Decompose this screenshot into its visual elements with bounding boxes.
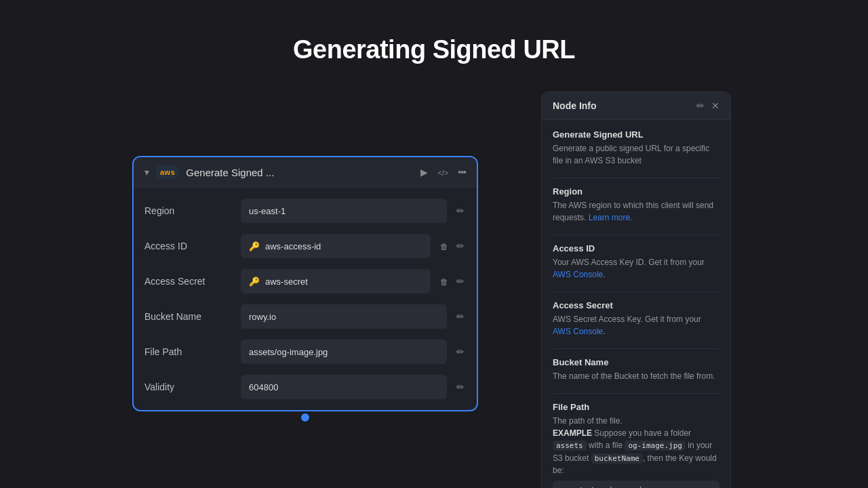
info-section-region: Region The AWS region to which this clie…: [553, 186, 719, 224]
access-secret-value: aws-secret: [265, 277, 308, 287]
info-section-access-id: Access ID Your AWS Access Key ID. Get it…: [553, 243, 719, 281]
info-title-access-secret: Access Secret: [553, 300, 719, 310]
edit-file-path-button[interactable]: [455, 345, 466, 359]
file-path-code-block: assets/og-image.jpg: [553, 481, 719, 488]
node-title: Generate Signed ...: [186, 167, 414, 178]
field-actions-bucket-name: [455, 310, 466, 323]
access-id-console-link[interactable]: AWS Console: [553, 270, 603, 279]
key-icon-access-secret: 🔑: [249, 277, 260, 287]
field-input-region[interactable]: us-east-1: [241, 199, 447, 223]
info-desc-region: The AWS region to which this client will…: [553, 199, 719, 224]
edit-access-secret-button[interactable]: [455, 274, 466, 288]
info-desc-file-path: The path of the file. EXAMPLE Suppose yo…: [553, 415, 719, 488]
node-connector[interactable]: [299, 411, 311, 424]
region-value: us-east-1: [249, 206, 285, 216]
info-section-file-path: File Path The path of the file. EXAMPLE …: [553, 402, 719, 488]
info-section-generate: Generate Signed URL Generate a public si…: [553, 129, 719, 167]
info-title-access-id: Access ID: [553, 243, 719, 253]
field-actions-validity: [455, 380, 466, 394]
chevron-down-icon[interactable]: [144, 167, 149, 178]
file-path-code2: og-image.jpg: [625, 441, 685, 451]
code-icon[interactable]: [437, 167, 448, 178]
field-row-region: Region us-east-1: [134, 193, 477, 228]
info-desc-access-secret: AWS Secret Access Key. Get it from your …: [553, 313, 719, 338]
field-label-validity: Validity: [144, 382, 233, 392]
close-panel-icon[interactable]: [711, 100, 719, 111]
node-info-panel: Node Info Generate Signed URL Generate a…: [541, 92, 731, 488]
edit-panel-icon[interactable]: [696, 100, 705, 111]
edit-region-button[interactable]: [455, 204, 466, 218]
field-label-file-path: File Path: [144, 346, 233, 357]
field-label-access-id: Access ID: [144, 241, 233, 251]
node-header: aws Generate Signed ...: [134, 157, 477, 188]
info-title-file-path: File Path: [553, 402, 719, 412]
info-section-bucket-name: Bucket Name The name of the Bucket to fe…: [553, 357, 719, 382]
field-actions-region: [455, 204, 466, 218]
edit-access-id-button[interactable]: [455, 239, 466, 253]
key-icon-access-id: 🔑: [249, 241, 260, 251]
delete-access-secret-button[interactable]: [439, 274, 450, 288]
delete-access-id-button[interactable]: [439, 239, 450, 253]
info-title-bucket-name: Bucket Name: [553, 357, 719, 367]
field-input-access-id[interactable]: 🔑 aws-access-id: [241, 234, 431, 258]
field-row-access-secret: Access Secret 🔑 aws-secret: [134, 264, 477, 299]
bucket-name-value: rowy.io: [249, 312, 276, 322]
file-path-value: assets/og-image.jpg: [249, 347, 328, 357]
info-title-generate: Generate Signed URL: [553, 129, 719, 140]
file-path-code1: assets: [553, 441, 587, 451]
info-section-access-secret: Access Secret AWS Secret Access Key. Get…: [553, 300, 719, 338]
field-input-validity[interactable]: 604800: [241, 375, 447, 399]
info-desc-access-id: Your AWS Access Key ID. Get it from your…: [553, 256, 719, 281]
panel-header: Node Info: [542, 92, 730, 120]
node-header-icons: [420, 167, 466, 178]
field-label-bucket-name: Bucket Name: [144, 311, 233, 322]
field-row-validity: Validity 604800: [134, 369, 477, 405]
field-label-region: Region: [144, 205, 233, 216]
node-card: aws Generate Signed ... Region us-east-1…: [132, 156, 478, 411]
field-actions-file-path: [455, 345, 466, 359]
field-input-bucket-name[interactable]: rowy.io: [241, 304, 447, 329]
access-id-value: aws-access-id: [265, 241, 321, 251]
field-row-bucket-name: Bucket Name rowy.io: [134, 299, 477, 334]
panel-header-icons: [696, 100, 719, 111]
panel-body: Generate Signed URL Generate a public si…: [542, 120, 730, 488]
page-title: Generating Signed URL: [293, 35, 575, 64]
panel-title: Node Info: [553, 100, 597, 111]
edit-validity-button[interactable]: [455, 380, 466, 394]
info-title-region: Region: [553, 186, 719, 197]
aws-badge: aws: [156, 165, 179, 179]
validity-value: 604800: [249, 382, 278, 392]
more-icon[interactable]: [458, 167, 466, 178]
region-learn-more-link[interactable]: Learn more.: [589, 213, 633, 222]
edit-bucket-name-button[interactable]: [455, 310, 466, 323]
node-body: Region us-east-1 Access ID 🔑 aws-access-…: [134, 188, 477, 410]
field-input-file-path[interactable]: assets/og-image.jpg: [241, 340, 447, 364]
field-row-access-id: Access ID 🔑 aws-access-id: [134, 228, 477, 264]
access-secret-console-link[interactable]: AWS Console: [553, 327, 603, 336]
file-path-example-label: EXAMPLE: [553, 428, 592, 438]
field-input-access-secret[interactable]: 🔑 aws-secret: [241, 269, 431, 293]
field-row-file-path: File Path assets/og-image.jpg: [134, 334, 477, 369]
play-icon[interactable]: [420, 167, 428, 178]
field-actions-access-id: [439, 239, 466, 253]
field-actions-access-secret: [439, 274, 466, 288]
field-label-access-secret: Access Secret: [144, 276, 233, 287]
file-path-code3: bucketName: [591, 453, 643, 464]
info-desc-generate: Generate a public signed URL for a speci…: [553, 142, 719, 167]
info-desc-bucket-name: The name of the Bucket to fetch the file…: [553, 370, 719, 382]
